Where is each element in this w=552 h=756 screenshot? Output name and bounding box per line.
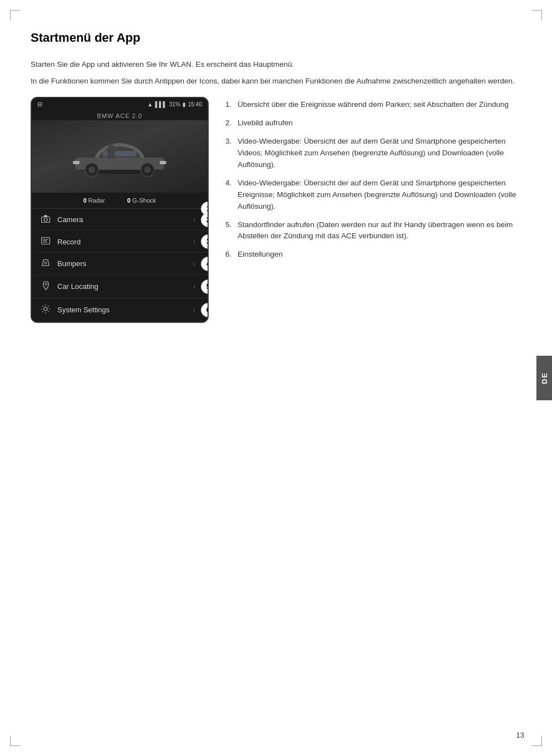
svg-point-12 <box>44 218 47 222</box>
svg-point-19 <box>45 262 47 264</box>
feature-list: 1. Übersicht über die Ereignisse während… <box>225 99 521 261</box>
list-num-5: 5. <box>225 219 238 243</box>
settings-icon <box>40 305 52 315</box>
content-area: Startmenü der App Starten Sie die App un… <box>31 31 521 725</box>
list-text-4: Video-Wiedergabe: Übersicht der auf dem … <box>238 178 521 213</box>
svg-rect-13 <box>44 215 47 217</box>
record-icon <box>40 237 52 246</box>
stat-radar-label: Radar <box>88 197 105 204</box>
list-num-1: 1. <box>225 99 238 111</box>
menu-arrow-system-settings: › <box>193 306 195 314</box>
menu-arrow-car-locating: › <box>193 283 195 291</box>
list-num-2: 2. <box>225 117 238 129</box>
status-bar: ⊟ ▲ ▌▌▌ 31% ▮ 15:40 <box>32 98 208 111</box>
car-locating-icon <box>40 281 52 292</box>
list-item-5: 5. Standortfinder aufrufen (Daten werden… <box>225 219 521 243</box>
menu-arrow-record: › <box>193 238 195 246</box>
list-text-1: Übersicht über die Ereignisse während de… <box>238 99 521 111</box>
side-tab: DE <box>536 356 552 400</box>
list-text-5: Standortfinder aufrufen (Daten werden nu… <box>238 219 521 243</box>
status-battery-percent: 31% <box>169 101 180 107</box>
svg-point-21 <box>44 307 47 311</box>
status-right-info: ▲ ▌▌▌ 31% ▮ 15:40 <box>147 101 202 107</box>
list-item-4: 4. Video-Wiedergabe: Übersicht der auf d… <box>225 178 521 213</box>
badge-2: 2 <box>201 213 209 227</box>
stat-radar: 0 Radar <box>83 197 105 204</box>
stat-radar-num: 0 <box>83 197 86 204</box>
stat-gshock: 0 G-Shock <box>127 197 156 204</box>
status-battery-icon: ▮ <box>183 101 186 107</box>
menu-label-car-locating: Car Locating <box>57 282 193 291</box>
list-text-2: Livebild aufrufen <box>238 117 521 129</box>
menu-label-system-settings: System Settings <box>57 306 193 314</box>
status-left-icon: ⊟ <box>37 101 42 108</box>
svg-rect-10 <box>107 153 115 159</box>
page-number: 13 <box>516 731 524 739</box>
phone-mockup: ⊟ ▲ ▌▌▌ 31% ▮ 15:40 BMW ACE 2.0 <box>31 97 209 323</box>
menu-item-system-settings[interactable]: System Settings › 6 <box>32 298 208 322</box>
badge-5: 5 <box>201 279 209 294</box>
car-image-area <box>32 120 208 193</box>
side-tab-label: DE <box>540 372 549 384</box>
badge-3: 3 <box>201 234 209 249</box>
menu-list: Camera › 2 Record › 3 <box>32 209 208 322</box>
svg-point-20 <box>45 283 47 285</box>
list-num-6: 6. <box>225 249 238 261</box>
svg-rect-6 <box>73 161 80 164</box>
status-signal-bars: ▌▌▌ <box>155 101 167 107</box>
intro-paragraph-2: In die Funktionen kommen Sie durch Antip… <box>31 75 521 87</box>
corner-mark-br <box>532 736 542 746</box>
corner-mark-tl <box>10 10 20 20</box>
bmw-badge: BMW ACE 2.0 <box>32 111 208 120</box>
menu-label-record: Record <box>57 238 193 246</box>
camera-icon <box>40 215 52 224</box>
stats-bar: 0 Radar 0 G-Shock <box>32 193 208 209</box>
two-column-layout: ⊟ ▲ ▌▌▌ 31% ▮ 15:40 BMW ACE 2.0 <box>31 97 521 323</box>
menu-item-car-locating[interactable]: Car Locating › 5 <box>32 275 208 298</box>
status-wifi-icon: ▲ <box>147 101 153 107</box>
list-num-4: 4. <box>225 178 238 213</box>
corner-mark-bl <box>10 736 20 746</box>
status-time: 15:40 <box>188 101 202 107</box>
badge-4: 4 <box>201 257 209 271</box>
svg-point-5 <box>144 166 151 173</box>
menu-item-camera[interactable]: Camera › 2 <box>32 209 208 231</box>
list-item-2: 2. Livebild aufrufen <box>225 117 521 129</box>
list-num-3: 3. <box>225 136 238 171</box>
list-text-6: Einstellungen <box>238 249 521 261</box>
bumpers-icon <box>40 259 52 268</box>
menu-arrow-camera: › <box>193 216 195 224</box>
svg-rect-7 <box>160 161 166 164</box>
menu-label-camera: Camera <box>57 215 193 224</box>
stat-gshock-label: G-Shock <box>132 197 156 204</box>
badge-6: 6 <box>201 303 209 317</box>
corner-mark-tr <box>532 10 542 20</box>
menu-item-record[interactable]: Record › 3 <box>32 231 208 253</box>
menu-item-bumpers[interactable]: Bumpers › 4 <box>32 253 208 275</box>
list-item-1: 1. Übersicht über die Ereignisse während… <box>225 99 521 111</box>
stat-gshock-num: 0 <box>127 197 131 204</box>
list-text-3: Video-Wiedergabe: Übersicht der auf dem … <box>238 136 521 171</box>
right-column: 1. Übersicht über die Ereignisse während… <box>225 97 521 323</box>
svg-point-3 <box>88 166 95 173</box>
page-title: Startmenü der App <box>31 31 521 45</box>
intro-paragraph-1: Starten Sie die App und aktivieren Sie I… <box>31 58 521 71</box>
list-item-3: 3. Video-Wiedergabe: Übersicht der auf d… <box>225 136 521 171</box>
car-illustration <box>64 131 175 181</box>
menu-arrow-bumpers: › <box>193 260 195 268</box>
stats-bar-wrapper: 0 Radar 0 G-Shock 1 <box>32 193 208 209</box>
menu-label-bumpers: Bumpers <box>57 259 193 268</box>
list-item-6: 6. Einstellungen <box>225 249 521 261</box>
